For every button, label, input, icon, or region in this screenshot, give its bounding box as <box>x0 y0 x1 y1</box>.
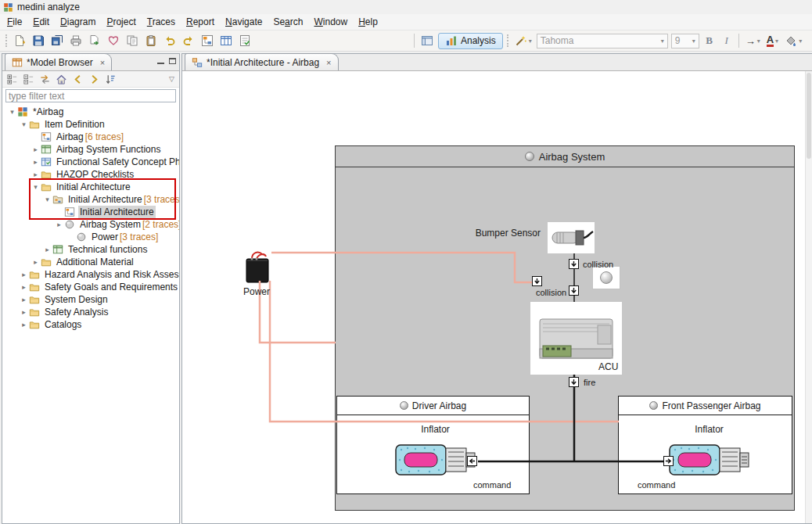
expander-right-icon[interactable]: ▸ <box>31 168 41 181</box>
collapse-all-button[interactable] <box>21 72 36 86</box>
save-button[interactable] <box>30 32 47 49</box>
menu-traces[interactable]: Traces <box>142 15 181 29</box>
menu-report[interactable]: Report <box>181 15 220 29</box>
driver-command-port[interactable] <box>467 456 477 466</box>
connector-style-button[interactable]: →▾ <box>743 32 763 49</box>
expander-right-icon[interactable]: ▸ <box>19 268 29 281</box>
junction-node[interactable] <box>592 266 620 289</box>
auto-layout-button[interactable]: ▾ <box>512 32 534 49</box>
view-menu-button[interactable]: ▽ <box>169 75 177 83</box>
menu-window[interactable]: Window <box>308 15 353 29</box>
menu-navigate[interactable]: Navigate <box>220 15 268 29</box>
tree-item-catalogs[interactable]: ▸Catalogs <box>2 318 179 331</box>
expand-all-button[interactable] <box>5 72 20 86</box>
tree-item-label: Functional Safety Concept Phas <box>55 156 179 168</box>
expander-right-icon[interactable]: ▸ <box>42 243 52 256</box>
diagram-button[interactable] <box>199 32 216 49</box>
expander-right-icon[interactable]: ▸ <box>31 143 41 156</box>
tree-item-initial-architecture[interactable]: ▾Initial Architecture <box>2 181 179 193</box>
favorites-button[interactable] <box>105 32 122 49</box>
tree-item-system-design[interactable]: ▸System Design <box>2 293 179 306</box>
expander-right-icon[interactable]: ▸ <box>54 218 64 231</box>
menu-edit[interactable]: Edit <box>27 15 55 29</box>
tree-item-safety-analysis[interactable]: ▸Safety Analysis <box>2 306 179 318</box>
tree-item-airbag[interactable]: Airbag [6 traces] <box>2 131 179 143</box>
close-icon[interactable]: × <box>326 58 331 67</box>
power-image[interactable] <box>243 249 272 284</box>
fp-command-port[interactable] <box>663 456 674 466</box>
tree-item-technical-functions[interactable]: ▸Technical functions <box>2 243 179 256</box>
font-family-select[interactable]: Tahoma▾ <box>537 34 668 48</box>
tree-item-hazard-analysis-and-risk-assessmen[interactable]: ▸Hazard Analysis and Risk Assessmen <box>2 268 179 281</box>
font-color-button[interactable]: A▾ <box>764 32 781 49</box>
link-with-editor-button[interactable] <box>38 72 52 86</box>
fp-inflator-image[interactable] <box>669 440 749 479</box>
menu-file[interactable]: File <box>2 15 27 29</box>
editor-vertical-scrollbar[interactable] <box>805 71 812 523</box>
tree-item-initial-architecture[interactable]: ▾Initial Architecture [3 traces] <box>2 193 179 206</box>
new-icon <box>13 34 26 47</box>
lens-icon <box>600 271 613 284</box>
tab-model-browser[interactable]: *Model Browser × <box>5 53 112 70</box>
tree-item-power[interactable]: Power [3 traces] <box>2 231 179 243</box>
tree-item-item-definition[interactable]: ▾Item Definition <box>2 118 179 131</box>
type-filter-input[interactable] <box>5 89 176 102</box>
bold-button[interactable]: B <box>702 32 717 49</box>
tree-item-label: Airbag System Functions <box>55 143 162 156</box>
copy-button[interactable] <box>124 32 141 49</box>
expander-right-icon[interactable]: ▸ <box>31 156 41 168</box>
tree-item-safety-goals-and-requirements[interactable]: ▸Safety Goals and Requirements <box>2 281 179 293</box>
analysis-button[interactable]: Analysis <box>438 33 503 49</box>
expander-down-icon[interactable]: ▾ <box>19 118 29 131</box>
back-button[interactable] <box>70 72 85 86</box>
close-icon[interactable]: × <box>100 58 105 67</box>
expander-down-icon[interactable]: ▾ <box>7 106 17 118</box>
menu-project[interactable]: Project <box>101 15 141 29</box>
power-in-port[interactable] <box>532 276 542 286</box>
undo-button[interactable] <box>161 32 178 49</box>
menu-search[interactable]: Search <box>268 15 308 29</box>
expander-right-icon[interactable]: ▸ <box>31 256 41 268</box>
tree-item-hazop-checklists[interactable]: ▸HAZOP Checklists <box>2 168 179 181</box>
bumper-sensor-image[interactable] <box>548 222 595 253</box>
checklist-button[interactable] <box>236 32 253 49</box>
tree-item-label: Catalogs <box>43 318 83 331</box>
tree-item-airbag[interactable]: ▾*Airbag <box>2 106 179 118</box>
fill-color-button[interactable]: ▾ <box>782 32 804 49</box>
home-button[interactable] <box>54 72 69 86</box>
expander-right-icon[interactable]: ▸ <box>19 318 29 331</box>
maximize-button[interactable] <box>169 58 176 64</box>
save-all-button[interactable] <box>49 32 66 49</box>
expander-right-icon[interactable]: ▸ <box>19 306 29 318</box>
tree-item-initial-architecture[interactable]: Initial Architecture <box>2 206 179 218</box>
new-button[interactable] <box>11 32 28 49</box>
paste-button[interactable] <box>142 32 160 49</box>
open-perspective-button[interactable] <box>419 32 436 49</box>
font-size-select[interactable]: 9▾ <box>671 34 699 48</box>
tree-item-additional-material[interactable]: ▸Additional Material <box>2 256 179 268</box>
editor-tabstrip: *Initial Architecture - Airbag × <box>182 54 812 71</box>
redo-button[interactable] <box>180 32 197 49</box>
sort-button[interactable] <box>103 72 118 86</box>
print-button[interactable] <box>67 32 84 49</box>
expander-right-icon[interactable]: ▸ <box>19 281 29 293</box>
driver-inflator-image[interactable] <box>395 440 476 479</box>
tree-item-functional-safety-concept-phas[interactable]: ▸Functional Safety Concept Phas <box>2 156 179 168</box>
tree-item-airbag-system-functions[interactable]: ▸Airbag System Functions <box>2 143 179 156</box>
italic-button[interactable]: I <box>719 32 735 49</box>
acu-collision-port[interactable] <box>569 285 579 296</box>
expander-down-icon[interactable]: ▾ <box>42 193 52 206</box>
forward-button[interactable] <box>87 72 102 86</box>
diagram-canvas: Airbag System Driver Airbag Front Passen… <box>182 71 812 523</box>
minimize-button[interactable] <box>157 57 164 64</box>
tree-item-airbag-system[interactable]: ▸Airbag System [2 traces] <box>2 218 179 231</box>
collision-in-port[interactable] <box>569 259 579 269</box>
table-button[interactable] <box>217 32 235 49</box>
menu-help[interactable]: Help <box>353 15 383 29</box>
expander-right-icon[interactable]: ▸ <box>19 293 29 306</box>
menu-diagram[interactable]: Diagram <box>55 15 101 29</box>
fire-out-port[interactable] <box>569 377 579 387</box>
tab-initial-architecture-airbag[interactable]: *Initial Architecture - Airbag × <box>185 53 339 70</box>
expander-down-icon[interactable]: ▾ <box>31 181 41 193</box>
export-button[interactable] <box>86 32 103 49</box>
